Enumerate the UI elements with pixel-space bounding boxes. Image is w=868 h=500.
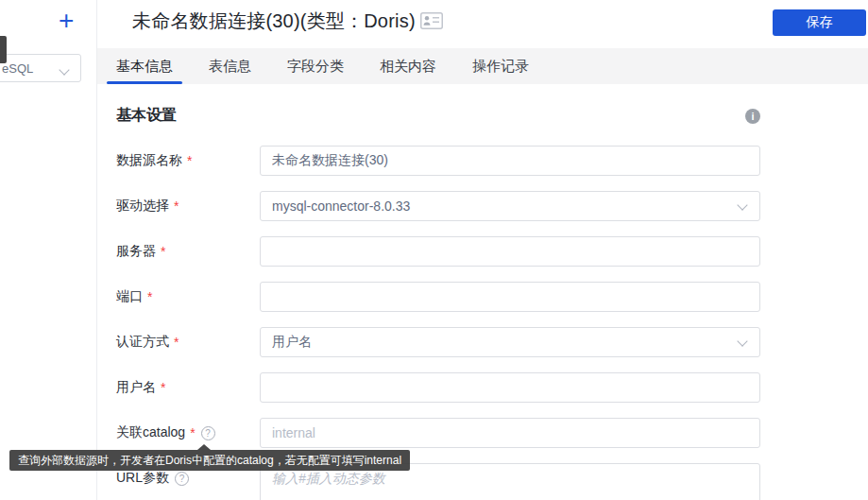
chevron-down-icon bbox=[737, 199, 747, 210]
field-label: 驱动选择 * bbox=[116, 191, 179, 221]
port-input[interactable] bbox=[260, 282, 760, 312]
tab-field-category[interactable]: 字段分类 bbox=[278, 48, 353, 84]
required-asterisk: * bbox=[147, 289, 152, 304]
datasource-name-input[interactable] bbox=[260, 146, 760, 176]
field-label: 用户名 * bbox=[116, 372, 165, 403]
connection-sidebar: + eSQL bbox=[0, 0, 97, 500]
required-asterisk: * bbox=[190, 425, 195, 440]
driver-select[interactable]: mysql-connector-8.0.33 bbox=[260, 191, 760, 221]
page-header: 未命名数据连接(30)(类型：Doris) 保存 bbox=[97, 0, 868, 48]
tab-table-info[interactable]: 表信息 bbox=[199, 48, 261, 84]
help-icon[interactable]: ? bbox=[175, 472, 189, 486]
catalog-help-tooltip: 查询外部数据源时，开发者在Doris中配置的catalog，若无配置可填写int… bbox=[9, 450, 410, 471]
field-label: 服务器 * bbox=[116, 236, 165, 267]
chevron-down-icon bbox=[59, 64, 69, 75]
required-asterisk: * bbox=[174, 335, 179, 350]
clipped-dark-panel bbox=[0, 36, 7, 63]
field-label: 认证方式 * bbox=[116, 327, 179, 357]
driver-select-value: mysql-connector-8.0.33 bbox=[272, 198, 410, 214]
field-label: 数据源名称 * bbox=[116, 146, 192, 176]
add-connection-button[interactable]: + bbox=[59, 8, 74, 34]
basic-settings-panel: 基本设置 i 数据源名称 * 驱动选择 * mysql-connector-8.… bbox=[97, 84, 868, 500]
save-button[interactable]: 保存 bbox=[773, 9, 866, 36]
connection-type-value: eSQL bbox=[2, 61, 33, 76]
id-card-icon[interactable] bbox=[420, 12, 443, 33]
required-asterisk: * bbox=[161, 244, 165, 259]
catalog-input[interactable] bbox=[260, 418, 760, 448]
required-asterisk: * bbox=[161, 380, 165, 395]
info-icon[interactable]: i bbox=[745, 109, 760, 124]
tab-basic-info[interactable]: 基本信息 bbox=[107, 48, 182, 84]
auth-method-value: 用户名 bbox=[272, 334, 312, 351]
tab-related-content[interactable]: 相关内容 bbox=[370, 48, 446, 84]
section-title: 基本设置 bbox=[116, 106, 177, 126]
connection-type-select[interactable]: eSQL bbox=[0, 54, 81, 82]
detail-tabs: 基本信息 表信息 字段分类 相关内容 操作记录 bbox=[97, 48, 868, 84]
page-title: 未命名数据连接(30)(类型：Doris) bbox=[132, 9, 416, 34]
required-asterisk: * bbox=[174, 198, 179, 214]
field-label: 端口 * bbox=[116, 282, 152, 312]
required-asterisk: * bbox=[187, 153, 192, 168]
help-icon[interactable]: ? bbox=[201, 426, 215, 440]
tab-operation-log[interactable]: 操作记录 bbox=[463, 48, 538, 84]
server-input[interactable] bbox=[260, 236, 760, 267]
auth-method-select[interactable]: 用户名 bbox=[260, 327, 760, 357]
chevron-down-icon bbox=[737, 336, 747, 346]
username-input[interactable] bbox=[260, 372, 760, 403]
